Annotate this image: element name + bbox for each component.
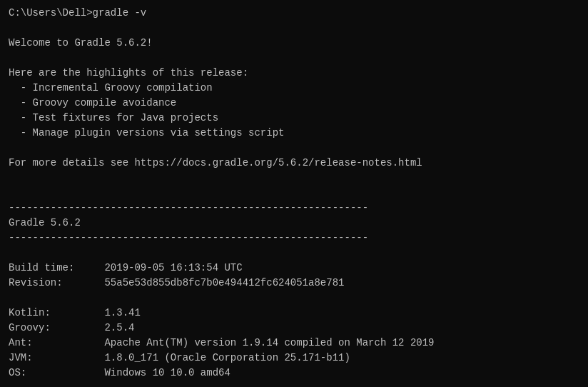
build-time-line: Build time: 2019-09-05 16:13:54 UTC: [9, 261, 579, 276]
welcome-line: Welcome to Gradle 5.6.2!: [9, 36, 579, 51]
kotlin-line: Kotlin: 1.3.41: [9, 306, 579, 321]
ant-line: Ant: Apache Ant(TM) version 1.9.14 compi…: [9, 336, 579, 351]
jvm-line: JVM: 1.8.0_171 (Oracle Corporation 25.17…: [9, 351, 579, 366]
blank-line-3: [9, 141, 579, 156]
blank-line-6: [9, 246, 579, 261]
blank-line-2: [9, 51, 579, 66]
highlight-2: - Groovy compile avoidance: [9, 96, 579, 111]
command-line: C:\Users\Dell>gradle -v: [9, 6, 579, 21]
highlights-header: Here are the highlights of this release:: [9, 66, 579, 81]
blank-line-1: [9, 21, 579, 36]
terminal-window: C:\Users\Dell>gradle -v Welcome to Gradl…: [9, 6, 579, 381]
highlight-4: - Manage plugin versions via settings sc…: [9, 126, 579, 141]
blank-line-4: [9, 171, 579, 186]
os-line: OS: Windows 10 10.0 amd64: [9, 366, 579, 381]
separator-2: ----------------------------------------…: [9, 231, 579, 246]
blank-line-8: [9, 381, 579, 387]
groovy-line: Groovy: 2.5.4: [9, 321, 579, 336]
revision-line: Revision: 55a5e53d855db8fc7b0e494412fc62…: [9, 276, 579, 291]
separator-1: ----------------------------------------…: [9, 201, 579, 216]
gradle-version-line: Gradle 5.6.2: [9, 216, 579, 231]
blank-line-5: [9, 186, 579, 201]
highlight-1: - Incremental Groovy compilation: [9, 81, 579, 96]
details-line: For more details see https://docs.gradle…: [9, 156, 579, 171]
highlight-3: - Test fixtures for Java projects: [9, 111, 579, 126]
blank-line-7: [9, 291, 579, 306]
